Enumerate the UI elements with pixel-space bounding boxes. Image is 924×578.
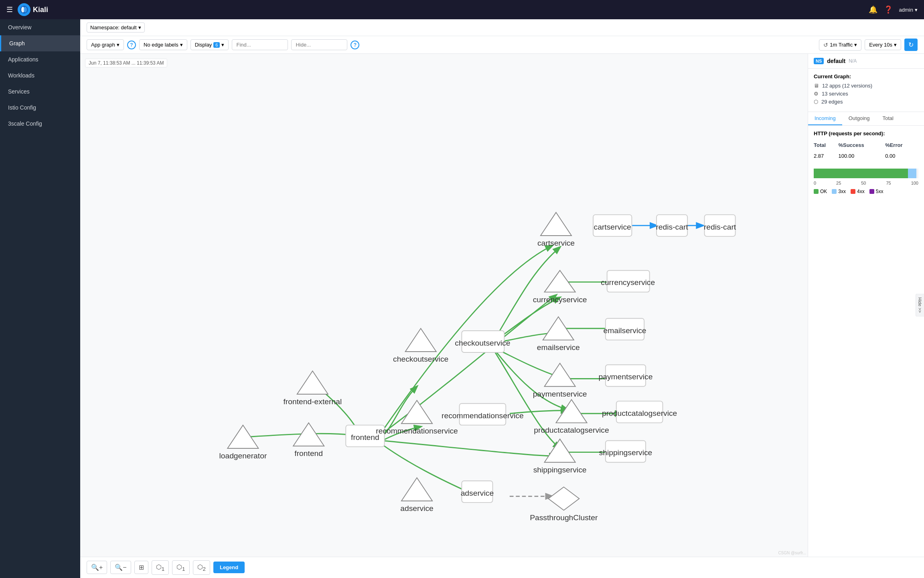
node-adservice-app [401,478,432,501]
user-name: admin [899,7,913,13]
zoom-in-button[interactable]: 🔍+ [87,561,107,574]
graph-canvas[interactable]: Jun 7, 11:38:53 AM ... 11:39:53 AM [80,54,808,557]
traffic-section: HTTP (requests per second): Total %Succe… [808,126,924,165]
label-cartservice-svc: cartservice [594,223,631,231]
axis-0: 0 [814,181,816,185]
display-chevron-icon: ▾ [221,42,224,48]
services-icon: ⚙ [814,91,819,97]
traffic-icon: ↺ [823,42,828,48]
bottom-toolbar: 🔍+ 🔍− ⊞ ⬡1 ⬡1 ⬡2 Legend [80,557,924,578]
filter-help-button[interactable]: ? [351,41,359,49]
hide-input[interactable] [291,39,347,50]
label-currencyservice-app: currencyservice [533,295,587,304]
chart-legend: OK 3xx 4xx 5xx [814,189,918,194]
sidebar-item-overview[interactable]: Overview [0,19,80,35]
zoom-out-button[interactable]: 🔍− [110,561,131,574]
traffic-chevron-icon: ▾ [854,42,857,48]
app-name: Kiali [33,6,48,14]
val-error: 0.00 [885,151,918,161]
display-dropdown[interactable]: Display 6 ▾ [190,39,229,50]
sidebar-item-workloads[interactable]: Workloads [0,67,80,83]
apps-icon: 🖥 [814,83,819,89]
refresh-button[interactable]: ↻ [904,39,918,51]
interval-dropdown[interactable]: Every 10s ▾ [865,39,901,50]
legend-3xx-label: 3xx [838,189,846,194]
help-icon[interactable]: ❓ [884,5,893,14]
label-shippingservice-app: shippingservice [533,466,587,474]
namespace-chevron-icon: ▾ [138,24,141,31]
legend-5xx: 5xx [869,189,883,194]
chart-bar-ok [814,169,908,178]
label-recommendationservice-svc: recommendationservice [442,411,524,420]
chart-axis: 0 25 50 75 100 [814,181,918,185]
layout1-button[interactable]: ⬡1 [152,560,169,575]
graph-content: Jun 7, 11:38:53 AM ... 11:39:53 AM [80,54,924,557]
graph-toolbar: App graph ▾ ? No edge labels ▾ Display 6… [80,36,924,54]
notifications-icon[interactable]: 🔔 [869,5,877,14]
axis-25: 25 [836,181,841,185]
legend-button[interactable]: Legend [213,562,245,573]
top-navigation: ☰ Kiali 🔔 ❓ admin ▾ [0,0,924,19]
label-currencyservice-svc: currencyservice [601,278,655,287]
edge-labels-dropdown[interactable]: No edge labels ▾ [139,39,187,50]
traffic-tabs: Incoming Outgoing Total [808,112,924,126]
node-frontend-external [297,371,328,394]
label-emailservice-svc: emailservice [603,326,646,335]
layout2-button[interactable]: ⬡1 [172,560,189,575]
node-currencyservice-app [545,271,575,292]
layout3-button[interactable]: ⬡2 [193,560,210,575]
layout2-icon: ⬡ [176,564,182,570]
legend-ok: OK [814,189,827,194]
http-row: 2.87 100.00 0.00 [814,151,918,161]
node-recommendationservice-app [401,400,432,423]
label-checkoutservice-svc: checkoutservice [455,339,510,347]
chart-bar-3xx [908,169,916,178]
label-frontend-external: frontend-external [284,397,342,406]
label-passthrough: PassthroughCluster [530,513,598,522]
svg-point-2 [24,7,27,12]
legend-4xx-label: 4xx [857,189,865,194]
namespace-select[interactable]: Namespace: default ▾ [87,22,145,33]
graph-help-button[interactable]: ? [127,41,136,49]
node-passthrough [548,487,579,510]
hamburger-menu[interactable]: ☰ [6,5,13,14]
legend-4xx: 4xx [851,189,865,194]
tab-outgoing[interactable]: Outgoing [842,112,876,125]
traffic-label: 1m Traffic [830,42,853,48]
node-productcatalogservice-app [556,400,587,423]
label-shippingservice-svc: shippingservice [599,448,652,457]
user-chevron-icon: ▾ [915,7,918,13]
display-count: 6 [213,42,220,48]
legend-4xx-dot [851,189,855,194]
tab-incoming[interactable]: Incoming [808,112,842,125]
label-redis-cart-svc: redis-cart [656,223,688,231]
interval-chevron-icon: ▾ [894,42,897,48]
label-productcatalogservice-svc: productcatalogservice [602,409,677,417]
kiali-logo: Kiali [18,3,48,16]
edge-labels-label: No edge labels [144,42,178,48]
user-menu[interactable]: admin ▾ [899,7,918,13]
panel-header: NS default N/A [808,54,924,69]
sidebar: Overview Graph Applications Workloads Se… [0,19,80,578]
chart-bar-area [814,169,918,178]
sidebar-item-istio-config[interactable]: Istio Config [0,100,80,116]
edges-stat: ⬡ 29 edges [814,99,918,105]
legend-5xx-dot [869,189,874,194]
hide-panel-button[interactable]: Hide >> [916,294,924,317]
label-redis-cart-app: redis-cart [704,223,736,231]
tab-total[interactable]: Total [876,112,900,125]
sidebar-item-applications[interactable]: Applications [0,51,80,67]
chart-container: 0 25 50 75 100 OK 3xx [808,165,924,200]
traffic-time-dropdown[interactable]: ↺ 1m Traffic ▾ [819,39,861,51]
fit-button[interactable]: ⊞ [134,561,148,574]
http-table: Total %Success %Error 2.87 100.00 0.00 [814,140,918,161]
sidebar-item-3scale-config[interactable]: 3scale Config [0,116,80,132]
sidebar-item-graph[interactable]: Graph [0,35,80,51]
services-stat: ⚙ 13 services [814,91,918,97]
find-input[interactable] [232,39,288,50]
app-graph-dropdown[interactable]: App graph ▾ [87,39,124,50]
edges-icon: ⬡ [814,99,818,105]
node-shippingservice-app [545,439,575,462]
legend-ok-label: OK [820,189,827,194]
sidebar-item-services[interactable]: Services [0,83,80,100]
